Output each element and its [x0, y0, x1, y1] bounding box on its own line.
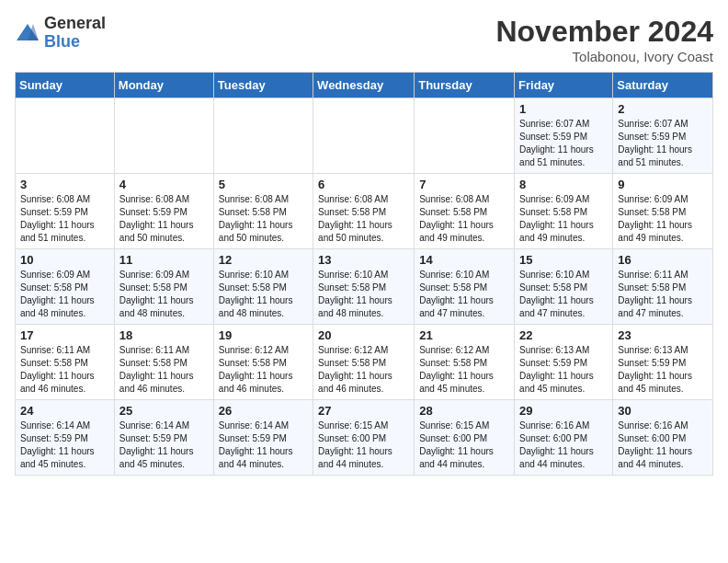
- day-number: 26: [219, 404, 308, 418]
- day-number: 4: [119, 178, 209, 191]
- calendar-cell: 30Sunrise: 6:16 AM Sunset: 6:00 PM Dayli…: [613, 400, 713, 476]
- day-number: 6: [318, 178, 409, 191]
- day-info: Sunrise: 6:11 AM Sunset: 5:58 PM Dayligh…: [119, 344, 209, 396]
- day-number: 30: [618, 404, 708, 418]
- logo-icon: [15, 20, 40, 46]
- calendar-cell: 6Sunrise: 6:08 AM Sunset: 5:58 PM Daylig…: [313, 174, 415, 249]
- title-block: November 2024 Tolabonou, Ivory Coast: [495, 15, 713, 64]
- calendar-cell: 11Sunrise: 6:09 AM Sunset: 5:58 PM Dayli…: [114, 249, 213, 325]
- day-number: 17: [20, 328, 109, 342]
- day-number: 25: [119, 404, 209, 418]
- day-info: Sunrise: 6:08 AM Sunset: 5:59 PM Dayligh…: [119, 193, 209, 245]
- day-number: 8: [519, 178, 608, 191]
- day-info: Sunrise: 6:10 AM Sunset: 5:58 PM Dayligh…: [219, 269, 308, 320]
- calendar-week-1: 1Sunrise: 6:07 AM Sunset: 5:59 PM Daylig…: [16, 98, 713, 174]
- header-sunday: Sunday: [16, 73, 115, 98]
- day-info: Sunrise: 6:12 AM Sunset: 5:58 PM Dayligh…: [419, 344, 509, 396]
- day-info: Sunrise: 6:07 AM Sunset: 5:59 PM Dayligh…: [519, 118, 608, 169]
- day-number: 10: [20, 253, 109, 267]
- calendar-cell: 24Sunrise: 6:14 AM Sunset: 5:59 PM Dayli…: [16, 400, 115, 476]
- day-number: 23: [618, 328, 708, 342]
- day-info: Sunrise: 6:14 AM Sunset: 5:59 PM Dayligh…: [20, 419, 109, 471]
- day-info: Sunrise: 6:10 AM Sunset: 5:58 PM Dayligh…: [419, 269, 509, 320]
- day-info: Sunrise: 6:11 AM Sunset: 5:58 PM Dayligh…: [20, 344, 109, 396]
- day-number: 15: [519, 253, 608, 267]
- logo: General Blue: [15, 15, 106, 52]
- logo-blue: Blue: [44, 33, 106, 52]
- day-info: Sunrise: 6:09 AM Sunset: 5:58 PM Dayligh…: [519, 193, 608, 245]
- calendar-cell: 2Sunrise: 6:07 AM Sunset: 5:59 PM Daylig…: [613, 98, 713, 174]
- day-number: 28: [419, 404, 509, 418]
- calendar-cell: 4Sunrise: 6:08 AM Sunset: 5:59 PM Daylig…: [114, 174, 213, 249]
- calendar-cell: 23Sunrise: 6:13 AM Sunset: 5:59 PM Dayli…: [613, 325, 713, 400]
- calendar-week-4: 17Sunrise: 6:11 AM Sunset: 5:58 PM Dayli…: [16, 325, 713, 400]
- calendar-cell: [415, 98, 515, 174]
- calendar-table: SundayMondayTuesdayWednesdayThursdayFrid…: [15, 72, 713, 476]
- header-monday: Monday: [114, 73, 213, 98]
- calendar-cell: 22Sunrise: 6:13 AM Sunset: 5:59 PM Dayli…: [515, 325, 613, 400]
- day-number: 16: [618, 253, 708, 267]
- day-info: Sunrise: 6:12 AM Sunset: 5:58 PM Dayligh…: [318, 344, 409, 396]
- day-info: Sunrise: 6:10 AM Sunset: 5:58 PM Dayligh…: [318, 269, 409, 320]
- day-info: Sunrise: 6:16 AM Sunset: 6:00 PM Dayligh…: [618, 419, 708, 471]
- calendar-week-3: 10Sunrise: 6:09 AM Sunset: 5:58 PM Dayli…: [16, 249, 713, 325]
- header-tuesday: Tuesday: [213, 73, 313, 98]
- logo-general: General: [44, 15, 106, 33]
- day-number: 18: [119, 328, 209, 342]
- day-info: Sunrise: 6:13 AM Sunset: 5:59 PM Dayligh…: [519, 344, 608, 396]
- day-number: 14: [419, 253, 509, 267]
- day-info: Sunrise: 6:07 AM Sunset: 5:59 PM Dayligh…: [618, 118, 708, 169]
- calendar-cell: 15Sunrise: 6:10 AM Sunset: 5:58 PM Dayli…: [515, 249, 613, 325]
- calendar-week-5: 24Sunrise: 6:14 AM Sunset: 5:59 PM Dayli…: [16, 400, 713, 476]
- month-title: November 2024: [495, 15, 713, 49]
- day-number: 5: [219, 178, 308, 191]
- calendar-cell: 19Sunrise: 6:12 AM Sunset: 5:58 PM Dayli…: [213, 325, 313, 400]
- logo-text: General Blue: [44, 15, 106, 52]
- header-saturday: Saturday: [613, 73, 713, 98]
- calendar-week-2: 3Sunrise: 6:08 AM Sunset: 5:59 PM Daylig…: [16, 174, 713, 249]
- calendar-cell: 29Sunrise: 6:16 AM Sunset: 6:00 PM Dayli…: [515, 400, 613, 476]
- day-number: 12: [219, 253, 308, 267]
- calendar-cell: 1Sunrise: 6:07 AM Sunset: 5:59 PM Daylig…: [515, 98, 613, 174]
- day-number: 22: [519, 328, 608, 342]
- page-header: General Blue November 2024 Tolabonou, Iv…: [15, 15, 713, 64]
- calendar-cell: 26Sunrise: 6:14 AM Sunset: 5:59 PM Dayli…: [213, 400, 313, 476]
- calendar-cell: 27Sunrise: 6:15 AM Sunset: 6:00 PM Dayli…: [313, 400, 415, 476]
- calendar-cell: 3Sunrise: 6:08 AM Sunset: 5:59 PM Daylig…: [16, 174, 115, 249]
- day-number: 19: [219, 328, 308, 342]
- day-info: Sunrise: 6:09 AM Sunset: 5:58 PM Dayligh…: [618, 193, 708, 245]
- header-wednesday: Wednesday: [313, 73, 415, 98]
- calendar-cell: 25Sunrise: 6:14 AM Sunset: 5:59 PM Dayli…: [114, 400, 213, 476]
- day-info: Sunrise: 6:15 AM Sunset: 6:00 PM Dayligh…: [318, 419, 409, 471]
- day-number: 3: [20, 178, 109, 191]
- header-thursday: Thursday: [415, 73, 515, 98]
- calendar-cell: [213, 98, 313, 174]
- day-number: 24: [20, 404, 109, 418]
- location-subtitle: Tolabonou, Ivory Coast: [495, 49, 713, 64]
- calendar-cell: 9Sunrise: 6:09 AM Sunset: 5:58 PM Daylig…: [613, 174, 713, 249]
- day-number: 27: [318, 404, 409, 418]
- calendar-cell: [16, 98, 115, 174]
- calendar-cell: 12Sunrise: 6:10 AM Sunset: 5:58 PM Dayli…: [213, 249, 313, 325]
- calendar-cell: 16Sunrise: 6:11 AM Sunset: 5:58 PM Dayli…: [613, 249, 713, 325]
- day-info: Sunrise: 6:09 AM Sunset: 5:58 PM Dayligh…: [119, 269, 209, 320]
- calendar-cell: 18Sunrise: 6:11 AM Sunset: 5:58 PM Dayli…: [114, 325, 213, 400]
- calendar-cell: 8Sunrise: 6:09 AM Sunset: 5:58 PM Daylig…: [515, 174, 613, 249]
- day-number: 7: [419, 178, 509, 191]
- calendar-cell: 7Sunrise: 6:08 AM Sunset: 5:58 PM Daylig…: [415, 174, 515, 249]
- day-number: 1: [519, 102, 608, 116]
- day-number: 9: [618, 178, 708, 191]
- calendar-cell: 10Sunrise: 6:09 AM Sunset: 5:58 PM Dayli…: [16, 249, 115, 325]
- calendar-cell: 14Sunrise: 6:10 AM Sunset: 5:58 PM Dayli…: [415, 249, 515, 325]
- calendar-header-row: SundayMondayTuesdayWednesdayThursdayFrid…: [16, 73, 713, 98]
- day-info: Sunrise: 6:08 AM Sunset: 5:59 PM Dayligh…: [20, 193, 109, 245]
- day-info: Sunrise: 6:09 AM Sunset: 5:58 PM Dayligh…: [20, 269, 109, 320]
- day-number: 11: [119, 253, 209, 267]
- day-info: Sunrise: 6:14 AM Sunset: 5:59 PM Dayligh…: [119, 419, 209, 471]
- day-number: 13: [318, 253, 409, 267]
- day-info: Sunrise: 6:14 AM Sunset: 5:59 PM Dayligh…: [219, 419, 308, 471]
- calendar-cell: 13Sunrise: 6:10 AM Sunset: 5:58 PM Dayli…: [313, 249, 415, 325]
- header-friday: Friday: [515, 73, 613, 98]
- calendar-cell: 20Sunrise: 6:12 AM Sunset: 5:58 PM Dayli…: [313, 325, 415, 400]
- day-info: Sunrise: 6:08 AM Sunset: 5:58 PM Dayligh…: [318, 193, 409, 245]
